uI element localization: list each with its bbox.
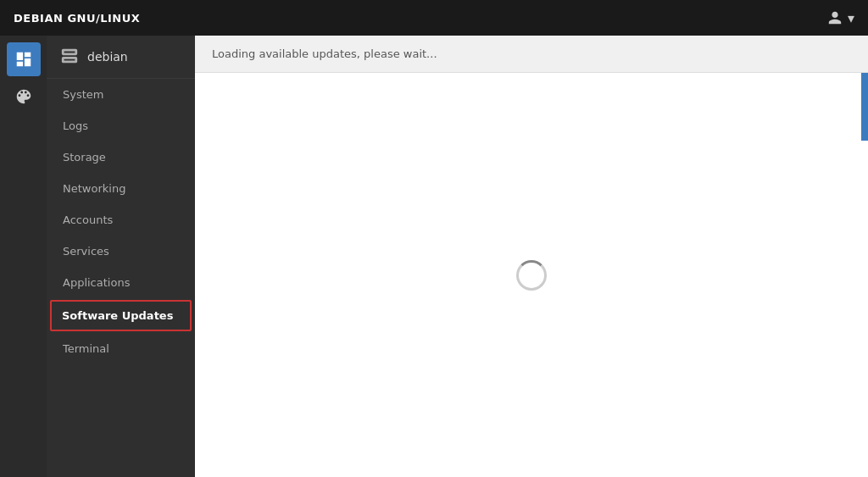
nav-sidebar: debian System Logs Storage Networking Ac…	[47, 36, 195, 477]
topbar: DEBIAN GNU/LINUX ▾	[0, 0, 868, 36]
user-menu[interactable]: ▾	[827, 10, 854, 26]
nav-item-logs[interactable]: Logs	[47, 110, 195, 141]
main-area: debian System Logs Storage Networking Ac…	[0, 36, 868, 477]
nav-item-services[interactable]: Services	[47, 236, 195, 267]
nav-item-storage[interactable]: Storage	[47, 141, 195, 173]
nav-item-networking[interactable]: Networking	[47, 173, 195, 204]
nav-item-accounts[interactable]: Accounts	[47, 204, 195, 236]
nav-item-applications[interactable]: Applications	[47, 267, 195, 298]
nav-item-system[interactable]: System	[47, 79, 195, 110]
user-icon	[827, 10, 843, 25]
loading-spinner	[516, 260, 547, 291]
scrollbar[interactable]	[861, 73, 868, 141]
sidebar-icon-dashboard[interactable]	[7, 42, 41, 76]
content-area: Loading available updates, please wait..…	[195, 36, 868, 477]
icon-sidebar	[0, 36, 47, 477]
content-body	[195, 73, 868, 477]
server-icon	[60, 47, 79, 66]
nav-item-terminal[interactable]: Terminal	[47, 333, 195, 364]
server-name: debian	[87, 50, 128, 64]
palette-icon	[14, 87, 33, 106]
dashboard-icon	[14, 50, 33, 69]
chevron-down-icon: ▾	[848, 10, 854, 26]
nav-item-software-updates[interactable]: Software Updates	[50, 300, 192, 331]
server-header: debian	[47, 36, 195, 79]
loading-text: Loading available updates, please wait..…	[212, 47, 437, 60]
sidebar-icon-palette[interactable]	[7, 80, 41, 114]
app-title: DEBIAN GNU/LINUX	[14, 12, 140, 25]
content-header: Loading available updates, please wait..…	[195, 36, 868, 73]
